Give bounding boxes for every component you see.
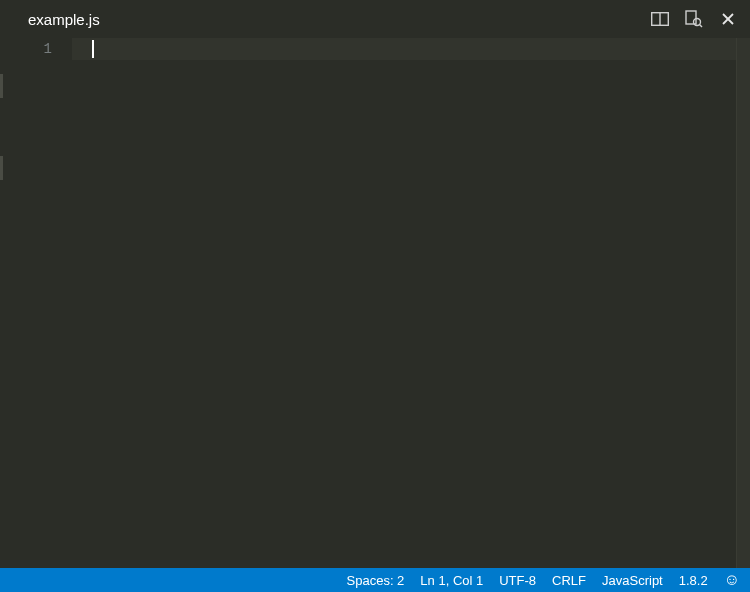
activity-marker bbox=[0, 156, 3, 180]
svg-rect-2 bbox=[686, 11, 696, 24]
tab-label: example.js bbox=[28, 11, 100, 28]
status-indentation[interactable]: Spaces: 2 bbox=[347, 573, 405, 588]
split-editor-icon bbox=[651, 12, 669, 26]
status-bar: Spaces: 2 Ln 1, Col 1 UTF-8 CRLF JavaScr… bbox=[0, 568, 750, 592]
tab-example-js[interactable]: example.js bbox=[10, 0, 118, 38]
svg-line-4 bbox=[700, 25, 703, 28]
smiley-icon: ☺ bbox=[724, 571, 740, 588]
line-number: 1 bbox=[0, 38, 72, 60]
status-feedback-button[interactable]: ☺ bbox=[724, 572, 740, 588]
svg-point-3 bbox=[694, 19, 701, 26]
split-editor-button[interactable] bbox=[650, 9, 670, 29]
editor-line-1[interactable]: 1 bbox=[0, 38, 750, 60]
close-icon bbox=[721, 12, 735, 26]
show-source-icon bbox=[685, 10, 703, 28]
show-source-button[interactable] bbox=[684, 9, 704, 29]
activity-marker bbox=[0, 74, 3, 98]
text-cursor bbox=[92, 40, 94, 58]
tab-bar: example.js bbox=[0, 0, 750, 38]
current-line-highlight[interactable] bbox=[72, 38, 750, 60]
tabs-region: example.js bbox=[10, 0, 118, 38]
status-version[interactable]: 1.8.2 bbox=[679, 573, 708, 588]
editor-content[interactable] bbox=[72, 60, 750, 568]
editor-body[interactable] bbox=[0, 60, 750, 568]
editor-region[interactable]: 1 bbox=[0, 38, 750, 568]
editor-scrollbar[interactable] bbox=[736, 38, 750, 568]
status-encoding[interactable]: UTF-8 bbox=[499, 573, 536, 588]
status-cursor-position[interactable]: Ln 1, Col 1 bbox=[420, 573, 483, 588]
status-line-endings[interactable]: CRLF bbox=[552, 573, 586, 588]
activity-bar-sliver bbox=[0, 38, 3, 568]
status-language-mode[interactable]: JavaScript bbox=[602, 573, 663, 588]
gutter-region bbox=[0, 60, 72, 568]
tab-actions bbox=[650, 9, 750, 29]
close-editor-button[interactable] bbox=[718, 9, 738, 29]
